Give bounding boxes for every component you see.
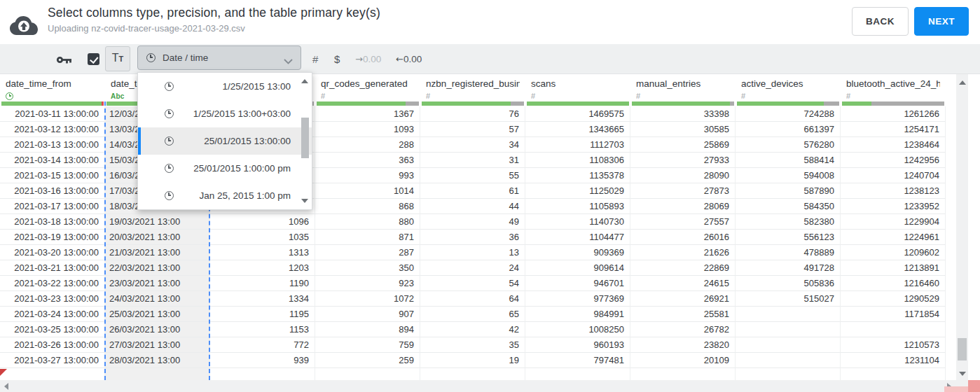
table-cell[interactable]: 2021-03-15 13:00:00	[0, 168, 105, 183]
table-cell[interactable]: 21/03/2021 13:00	[105, 245, 210, 260]
table-cell[interactable]: 363	[315, 153, 420, 168]
table-cell[interactable]: 1135378	[525, 168, 630, 183]
table-cell[interactable]: 19	[420, 353, 525, 368]
table-cell[interactable]: 724288	[736, 106, 841, 122]
table-cell[interactable]	[736, 307, 841, 322]
table-cell[interactable]: 28/03/2021 13:00	[105, 353, 210, 368]
table-cell[interactable]: 1035	[210, 230, 315, 245]
scroll-left-icon[interactable]	[4, 383, 8, 390]
table-cell[interactable]: 576280	[736, 137, 841, 153]
table-cell[interactable]: 25581	[630, 307, 736, 322]
table-cell[interactable]: 588414	[736, 153, 841, 168]
dropdown-scrollbar[interactable]	[299, 73, 311, 209]
table-cell[interactable]: 1108306	[525, 153, 630, 168]
table-cell[interactable]: 24/03/2021 13:00	[105, 291, 210, 307]
table-cell[interactable]: 868	[315, 199, 420, 214]
table-cell[interactable]: 977369	[525, 291, 630, 307]
table-cell[interactable]: 1209602	[841, 245, 946, 260]
text-type-button[interactable]: TT	[105, 46, 130, 71]
table-cell[interactable]: 288	[315, 137, 420, 153]
table-cell[interactable]: 2021-03-11 13:00:00	[0, 106, 105, 122]
table-cell[interactable]: 1261266	[841, 106, 946, 122]
column-header[interactable]: manual_entries#	[630, 74, 736, 106]
table-cell[interactable]: 2021-03-27 13:00:00	[0, 353, 105, 368]
dropdown-option[interactable]: 25/01/2015 13:00:00	[138, 127, 312, 155]
table-cell[interactable]: 35	[420, 337, 525, 353]
table-cell[interactable]: 57	[420, 122, 525, 137]
table-cell[interactable]	[736, 337, 841, 353]
table-cell[interactable]: 55	[420, 168, 525, 183]
table-cell[interactable]: 19/03/2021 13:00	[105, 214, 210, 230]
table-cell[interactable]: 30585	[630, 122, 736, 137]
table-cell[interactable]: 26016	[630, 230, 736, 245]
table-cell[interactable]: 1153	[210, 322, 315, 337]
currency-type-button[interactable]: $	[334, 44, 340, 74]
column-header[interactable]: active_devices#	[736, 74, 841, 106]
scroll-down-icon[interactable]	[959, 372, 966, 376]
table-cell[interactable]: 65	[420, 307, 525, 322]
table-cell[interactable]: 34	[420, 137, 525, 153]
table-cell[interactable]: 1210573	[841, 337, 946, 353]
table-cell[interactable]: 772	[210, 337, 315, 353]
table-cell[interactable]: 1125029	[525, 183, 630, 199]
table-cell[interactable]: 27/03/2021 13:00	[105, 337, 210, 353]
table-cell[interactable]: 1072	[315, 291, 420, 307]
dropdown-option[interactable]: Jan 25, 2015 1:00 pm	[138, 182, 312, 209]
horizontal-scrollbar[interactable]	[0, 380, 968, 392]
table-cell[interactable]: 797481	[525, 353, 630, 368]
next-button[interactable]: NEXT	[914, 7, 969, 36]
table-cell[interactable]: 27557	[630, 214, 736, 230]
table-cell[interactable]: 49	[420, 214, 525, 230]
column-header[interactable]: nzbn_registered_busine#	[420, 74, 525, 106]
include-column-checkbox[interactable]	[88, 53, 99, 65]
table-cell[interactable]: 1242956	[841, 153, 946, 168]
table-cell[interactable]: 2021-03-12 13:00:00	[0, 122, 105, 137]
vertical-scrollbar[interactable]	[956, 74, 968, 380]
dropdown-option[interactable]: 25/01/2015 1:00:00 pm	[138, 155, 312, 182]
table-cell[interactable]: 54	[420, 276, 525, 291]
dropdown-option[interactable]: 1/25/2015 13:00	[138, 73, 312, 100]
table-cell[interactable]: 584350	[736, 199, 841, 214]
table-cell[interactable]: 2021-03-26 13:00:00	[0, 337, 105, 353]
column-header[interactable]: scans#	[525, 74, 630, 106]
scroll-up-icon[interactable]	[959, 80, 966, 85]
table-cell[interactable]: 556123	[736, 230, 841, 245]
column-type-select[interactable]: Date / time	[137, 46, 301, 70]
table-cell[interactable]: 76	[420, 106, 525, 122]
back-button[interactable]: BACK	[852, 7, 909, 36]
table-cell[interactable]: 2021-03-19 13:00:00	[0, 230, 105, 245]
table-cell[interactable]: 22869	[630, 260, 736, 276]
table-cell[interactable]: 26/03/2021 13:00	[105, 322, 210, 337]
number-type-button[interactable]: #	[312, 44, 318, 74]
table-cell[interactable]: 24615	[630, 276, 736, 291]
table-cell[interactable]: 20109	[630, 353, 736, 368]
table-cell[interactable]: 1229904	[841, 214, 946, 230]
table-cell[interactable]: 31	[420, 153, 525, 168]
table-cell[interactable]: 909614	[525, 260, 630, 276]
table-cell[interactable]: 907	[315, 307, 420, 322]
table-cell[interactable]	[736, 353, 841, 368]
table-cell[interactable]: 2021-03-23 13:00:00	[0, 291, 105, 307]
table-cell[interactable]: 1112703	[525, 137, 630, 153]
table-cell[interactable]: 2021-03-18 13:00:00	[0, 214, 105, 230]
table-cell[interactable]: 22/03/2021 13:00	[105, 260, 210, 276]
table-cell[interactable]: 20/03/2021 13:00	[105, 230, 210, 245]
table-cell[interactable]: 960193	[525, 337, 630, 353]
column-header[interactable]: qr_codes_generated#	[315, 74, 420, 106]
table-cell[interactable]: 871	[315, 230, 420, 245]
table-cell[interactable]: 27873	[630, 183, 736, 199]
column-header[interactable]: bluetooth_active_24_hr_#	[841, 74, 946, 106]
table-cell[interactable]: 505836	[736, 276, 841, 291]
table-cell[interactable]: 894	[315, 322, 420, 337]
table-cell[interactable]: 1195	[210, 307, 315, 322]
column-header[interactable]: date_time_from	[0, 74, 105, 106]
table-cell[interactable]: 2021-03-16 13:00:00	[0, 183, 105, 199]
table-cell[interactable]: 350	[315, 260, 420, 276]
primary-key-icon[interactable]	[56, 55, 72, 67]
table-cell[interactable]: 491728	[736, 260, 841, 276]
scrollbar-thumb[interactable]	[301, 118, 309, 158]
table-cell[interactable]: 44	[420, 199, 525, 214]
table-cell[interactable]: 939	[210, 353, 315, 368]
table-cell[interactable]: 587890	[736, 183, 841, 199]
table-cell[interactable]: 1096	[210, 214, 315, 230]
